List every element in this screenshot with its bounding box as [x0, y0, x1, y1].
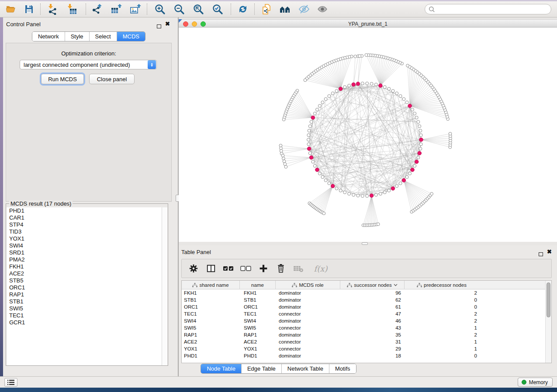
network-node[interactable]: [379, 192, 382, 195]
dominator-node[interactable]: [419, 138, 423, 142]
export-table-button[interactable]: [108, 3, 124, 15]
network-node[interactable]: [321, 101, 324, 104]
network-node[interactable]: [335, 187, 338, 190]
dominator-node[interactable]: [339, 87, 343, 91]
network-node[interactable]: [413, 164, 416, 167]
horizontal-splitter[interactable]: [179, 242, 557, 245]
network-node[interactable]: [352, 193, 355, 196]
float-table-panel-icon[interactable]: [539, 250, 543, 258]
zoom-out-button[interactable]: [171, 3, 187, 15]
network-node[interactable]: [408, 172, 412, 175]
network-node[interactable]: [307, 143, 310, 146]
network-node[interactable]: [348, 192, 351, 195]
import-table-button[interactable]: [64, 3, 80, 15]
network-node[interactable]: [418, 125, 421, 128]
network-node[interactable]: [361, 82, 364, 85]
network-node[interactable]: [419, 143, 422, 146]
criterion-select[interactable]: largest connected component (undirected)…: [20, 60, 157, 69]
network-node[interactable]: [310, 120, 313, 124]
network-node[interactable]: [383, 191, 386, 194]
network-node[interactable]: [399, 182, 402, 185]
table-row[interactable]: RAP1RAP1dominator352: [182, 331, 545, 338]
mcds-result-item[interactable]: FKH1: [7, 263, 163, 270]
mcds-result-item[interactable]: YOX1: [7, 235, 163, 242]
network-node[interactable]: [348, 84, 351, 87]
dominator-node[interactable]: [331, 184, 335, 188]
network-node[interactable]: [395, 92, 398, 95]
tab-select[interactable]: Select: [89, 32, 117, 41]
tab-edge-table[interactable]: Edge Table: [241, 364, 281, 373]
mcds-result-item[interactable]: GCR1: [7, 319, 163, 326]
show-columns-button[interactable]: [205, 263, 217, 274]
close-table-panel-icon[interactable]: ✖: [547, 248, 552, 255]
network-node[interactable]: [395, 185, 398, 188]
network-node[interactable]: [307, 134, 310, 137]
network-node[interactable]: [405, 175, 408, 179]
dominator-node[interactable]: [311, 116, 315, 120]
network-node[interactable]: [324, 97, 327, 100]
network-node[interactable]: [321, 175, 324, 179]
search-input[interactable]: [435, 6, 540, 13]
tab-network-table[interactable]: Network Table: [281, 364, 329, 373]
network-node[interactable]: [419, 147, 422, 150]
network-node[interactable]: [354, 55, 357, 58]
network-node[interactable]: [391, 89, 394, 93]
network-node[interactable]: [318, 172, 321, 175]
network-node[interactable]: [374, 83, 377, 86]
dominator-node[interactable]: [309, 156, 313, 160]
tab-style[interactable]: Style: [65, 32, 89, 41]
horizontal-splitter-handle[interactable]: [362, 242, 368, 245]
mcds-result-item[interactable]: RAP1: [7, 291, 163, 298]
network-node[interactable]: [402, 97, 405, 100]
column-header-name[interactable]: name: [240, 281, 276, 289]
network-node[interactable]: [415, 116, 418, 119]
first-neighbors-button[interactable]: [278, 3, 294, 15]
memory-button[interactable]: Memory: [518, 378, 553, 387]
dominator-node[interactable]: [411, 168, 415, 172]
mcds-result-item[interactable]: PHD1: [7, 207, 163, 214]
network-node[interactable]: [361, 194, 364, 197]
table-settings-button[interactable]: [188, 263, 199, 274]
table-row[interactable]: SWI5SWI5connector431: [182, 324, 545, 331]
close-panel-icon[interactable]: ✖: [165, 21, 170, 27]
save-session-button[interactable]: [21, 3, 37, 15]
open-file-button[interactable]: [3, 3, 18, 15]
import-network-button[interactable]: [45, 3, 60, 15]
network-node[interactable]: [370, 82, 373, 85]
column-header-predecessor-nodes[interactable]: predecessor nodes: [405, 281, 479, 289]
network-node[interactable]: [307, 138, 310, 141]
mcds-result-item[interactable]: TID3: [7, 228, 163, 235]
table-row[interactable]: SWI4SWI4dominator462: [182, 317, 545, 324]
network-node[interactable]: [377, 223, 380, 226]
network-node[interactable]: [324, 179, 327, 182]
network-node[interactable]: [405, 101, 408, 104]
mcds-result-item[interactable]: SWI5: [7, 305, 163, 312]
network-node[interactable]: [339, 189, 342, 192]
network-node[interactable]: [419, 129, 422, 132]
column-header-shared-name[interactable]: shared name: [182, 281, 240, 289]
network-node[interactable]: [328, 182, 331, 185]
table-row[interactable]: TEC1TEC1connector472: [182, 310, 545, 317]
network-node[interactable]: [281, 154, 284, 157]
mcds-result-item[interactable]: STP4: [7, 221, 163, 228]
network-node[interactable]: [322, 212, 325, 215]
network-node[interactable]: [399, 95, 402, 98]
delete-column-button[interactable]: [275, 263, 287, 274]
network-node[interactable]: [282, 118, 285, 121]
network-node[interactable]: [383, 86, 386, 89]
network-node[interactable]: [417, 120, 420, 124]
mcds-result-item[interactable]: CAR1: [7, 214, 163, 221]
network-node[interactable]: [366, 82, 369, 85]
mcds-result-item[interactable]: SWI4: [7, 242, 163, 249]
run-mcds-button[interactable]: Run MCDS: [41, 74, 84, 84]
search-field[interactable]: [425, 4, 551, 14]
dominator-node[interactable]: [307, 147, 311, 151]
mcds-result-item[interactable]: STB5: [7, 277, 163, 284]
network-node[interactable]: [282, 157, 285, 160]
network-node[interactable]: [311, 160, 315, 163]
network-node[interactable]: [304, 79, 307, 82]
hide-selected-button[interactable]: [296, 3, 312, 15]
clone-network-button[interactable]: [259, 3, 274, 15]
dominator-node[interactable]: [356, 82, 360, 86]
network-node[interactable]: [308, 151, 311, 155]
